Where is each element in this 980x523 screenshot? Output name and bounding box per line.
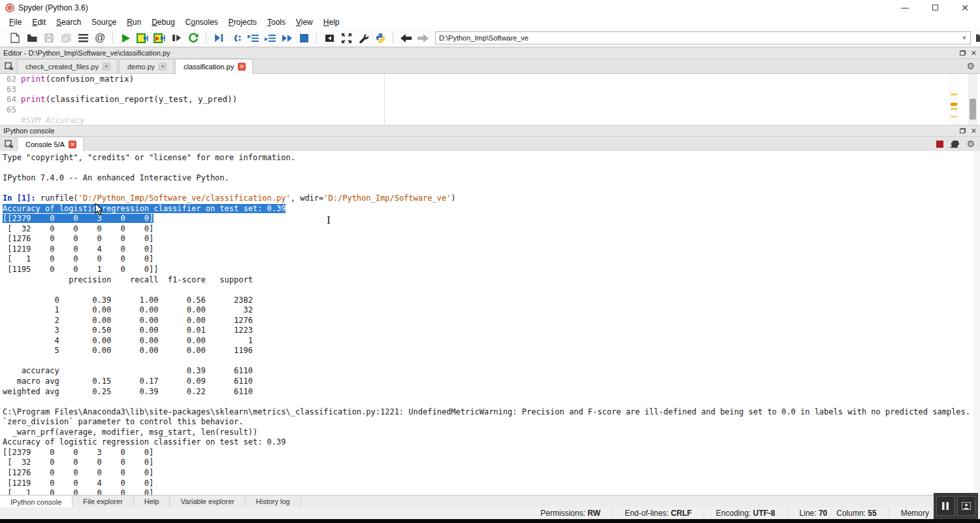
run-cell-advance-icon[interactable] (152, 31, 167, 45)
close-pane-icon[interactable]: ✕ (971, 50, 977, 57)
close-tab-icon[interactable]: ✕ (238, 63, 246, 71)
find-symbols-icon[interactable]: @ (93, 31, 107, 45)
menu-tools[interactable]: Tools (262, 16, 291, 28)
menu-source[interactable]: Source (86, 16, 122, 28)
dock-tab-ipython-console[interactable]: IPython console (0, 496, 73, 507)
browse-tabs-icon[interactable] (0, 59, 17, 73)
editor-tab-label: check_created_files.py (25, 63, 99, 71)
toolbar-separator (206, 32, 206, 44)
console-line (3, 285, 980, 295)
console-tab[interactable]: Console 5/A ✕ (17, 137, 84, 152)
editor-tab[interactable]: demo.py✕ (119, 59, 174, 73)
dock-tab-history-log[interactable]: History log (246, 496, 301, 507)
close-tab-icon[interactable]: ✕ (69, 141, 76, 148)
chevron-down-icon[interactable]: ▼ (958, 35, 970, 41)
mouse-cursor (95, 203, 105, 216)
dock-tab-file-explorer[interactable]: File explorer (73, 496, 134, 507)
back-icon[interactable] (399, 31, 413, 45)
console-line: [1219 0 0 4 0 0] (3, 479, 980, 489)
editor-code-line[interactable]: 65 (0, 105, 980, 115)
rerun-icon[interactable] (186, 31, 201, 45)
menu-projects[interactable]: Projects (223, 16, 262, 28)
console-pane-title: IPython console (3, 127, 54, 135)
clear-console-icon[interactable] (950, 141, 960, 148)
editor-tab[interactable]: check_created_files.py✕ (17, 59, 118, 73)
menu-search[interactable]: Search (51, 16, 86, 28)
editor-tab[interactable]: classification.py✕ (175, 59, 253, 74)
status-item: Permissions: RW (529, 509, 612, 518)
undock-pane-icon[interactable] (960, 50, 966, 56)
working-directory-combo[interactable]: ▼ (435, 31, 971, 44)
open-file-icon[interactable] (25, 31, 39, 45)
menu-edit[interactable]: Edit (27, 16, 51, 28)
console-line: _warn_prf(average, modifier, msg_start, … (3, 428, 980, 438)
console-output[interactable]: Type "copyright", "credits" or "license"… (0, 151, 980, 495)
step-over-icon[interactable] (246, 31, 260, 45)
editor-options-gear-icon[interactable]: ⚙ (966, 61, 975, 71)
dock-tab-help[interactable]: Help (134, 496, 171, 507)
console-line: [ 32 0 0 0 0 0] (3, 458, 980, 468)
interrupt-kernel-icon[interactable] (936, 141, 943, 148)
browse-tabs-icon[interactable] (0, 137, 17, 151)
warning-flag (951, 103, 957, 106)
continue-icon[interactable] (280, 31, 294, 45)
console-line: [[2379 0 0 3 0 0] (3, 214, 980, 224)
new-file-icon[interactable] (8, 31, 22, 45)
close-tab-icon[interactable]: ✕ (159, 63, 167, 71)
close-tab-icon[interactable]: ✕ (103, 63, 110, 71)
menu-debug[interactable]: Debug (146, 16, 180, 28)
save-file-icon[interactable] (42, 31, 56, 45)
stop-debug-icon[interactable] (297, 31, 311, 45)
menu-help[interactable]: Help (318, 16, 345, 28)
editor-scrollbar[interactable] (968, 74, 977, 125)
editor-code-line[interactable]: 64print(classification_report(y_test, y_… (0, 94, 980, 105)
editor-pane-title: Editor - D:\Python_Imp\Software_ve\class… (3, 49, 171, 57)
step-return-icon[interactable] (263, 31, 277, 45)
run-file-icon[interactable] (118, 31, 133, 45)
debug-cell-icon[interactable] (229, 31, 243, 45)
menu-file[interactable]: File (4, 16, 27, 28)
run-selection-icon[interactable] (169, 31, 184, 45)
dock-tab-variable-explorer[interactable]: Variable explorer (170, 496, 245, 507)
editor-code-line[interactable]: 62print(confusion_matrix) (0, 74, 980, 84)
maximize-pane-icon[interactable] (322, 31, 336, 45)
browse-directory-icon[interactable] (973, 31, 980, 45)
close-button[interactable]: ✕ (950, 0, 980, 15)
close-pane-icon[interactable]: ✕ (971, 127, 977, 135)
run-cell-icon[interactable] (135, 31, 150, 45)
console-line: Accuracy of logistic regression classifi… (3, 204, 980, 214)
menu-bar: FileEditSearchSourceRunDebugConsolesProj… (0, 15, 980, 29)
console-line: accuracy 0.39 6110 (3, 366, 980, 377)
console-line: In [1]: runfile('D:/Python_Imp/Software_… (3, 194, 980, 204)
dock-tab-bar: IPython consoleFile explorerHelpVariable… (0, 495, 980, 507)
editor-code-area[interactable]: 62print(confusion_matrix)6364print(class… (0, 74, 980, 125)
restore-button[interactable] (920, 0, 950, 15)
forward-icon[interactable] (416, 31, 430, 45)
menu-run[interactable]: Run (122, 16, 146, 28)
file-switcher-icon[interactable] (76, 31, 90, 45)
preferences-wrench-icon[interactable] (356, 31, 370, 45)
fullscreen-icon[interactable] (339, 31, 353, 45)
console-options-gear-icon[interactable]: ⚙ (966, 139, 975, 149)
undock-pane-icon[interactable] (960, 128, 966, 133)
minimize-button[interactable]: — (890, 0, 920, 15)
console-scrollbar[interactable] (973, 151, 980, 495)
save-all-icon[interactable] (59, 31, 73, 45)
editor-code-line[interactable]: #SVM Accuracy (0, 115, 980, 125)
console-line: 0 0.39 1.00 0.56 2382 (3, 295, 980, 306)
editor-code-line[interactable]: 63 (0, 84, 980, 95)
debug-file-icon[interactable] (212, 31, 226, 45)
menu-view[interactable]: View (291, 16, 318, 28)
column-edge-line (384, 74, 385, 125)
console-line (3, 163, 980, 174)
webcam-icon[interactable] (957, 496, 975, 516)
menu-consoles[interactable]: Consoles (180, 16, 223, 28)
console-line: `zero_division` parameter to control thi… (3, 417, 980, 428)
python-env-icon[interactable] (373, 31, 387, 45)
editor-pane-header: Editor - D:\Python_Imp\Software_ve\class… (0, 47, 980, 59)
pause-recording-icon[interactable] (936, 496, 955, 516)
console-line: C:\Program Files\Anaconda3\lib\site-pack… (3, 407, 980, 418)
warning-flag (951, 108, 957, 110)
line-number (0, 115, 21, 125)
working-directory-input[interactable] (436, 34, 958, 42)
